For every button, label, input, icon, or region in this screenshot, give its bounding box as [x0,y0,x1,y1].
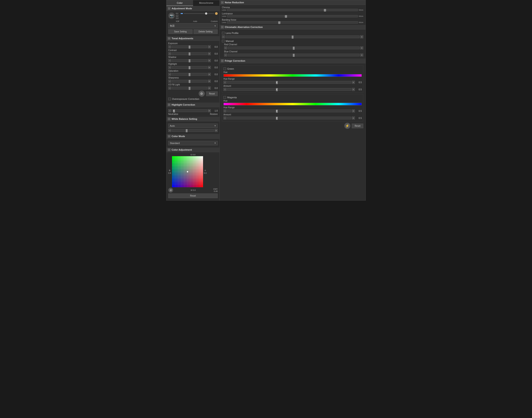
sharpness-slider[interactable] [172,80,207,82]
lens-profile-plus[interactable]: + [360,35,363,38]
neutralize-label[interactable]: Neutralize [168,113,178,115]
contrast-thumb[interactable] [189,52,190,56]
red-channel-minus[interactable]: − [224,46,227,49]
lens-profile-slider[interactable] [226,35,360,38]
g1-thumb[interactable] [205,12,207,15]
luminance-slider[interactable] [227,15,358,17]
green-amount-slider[interactable]: ▾ [227,88,351,91]
x3-fill-light-minus[interactable]: − [168,87,171,90]
shadow-thumb[interactable] [189,59,190,62]
green-hue-range-slider[interactable]: ▾ [227,81,351,84]
adjustment-mode-collapse[interactable]: − [168,7,170,10]
save-setting-button[interactable]: Save Setting [168,29,193,34]
white-balance-collapse[interactable]: − [168,117,170,120]
x3-fill-light-slider[interactable] [172,87,207,89]
restore-label[interactable]: Restore [210,113,218,115]
highlight-thumb[interactable] [189,66,190,69]
wb-temp-plus[interactable]: + [215,129,218,132]
saturation-plus[interactable]: + [208,73,211,76]
red-channel-plus[interactable]: + [360,46,363,49]
exposure-minus[interactable]: − [168,45,171,48]
highlight-correction-thumb[interactable]: ▾ [173,109,175,113]
fringe-correction-collapse[interactable]: − [221,59,224,62]
tab-color[interactable]: Color [166,0,193,6]
exposure-plus[interactable]: + [208,45,211,48]
exposure-slider[interactable] [172,46,207,48]
blue-channel-minus[interactable]: − [224,53,227,57]
blue-channel-slider[interactable] [228,54,360,56]
magenta-hue-bar[interactable] [223,103,362,105]
magenta-checkbox[interactable] [223,96,226,99]
green-hue-range-plus[interactable]: + [352,81,355,84]
highlight-correction-plus[interactable]: + [208,109,211,112]
fringe-reset-button[interactable]: Reset [352,124,363,128]
magenta-amount-minus[interactable]: − [223,116,227,120]
saturation-thumb[interactable] [189,73,190,76]
tab-monochrome[interactable]: Monochrome [193,0,220,6]
shadow-slider[interactable] [172,59,207,62]
highlight-correction-minus[interactable]: − [168,109,171,112]
x3-fill-light-plus[interactable]: + [208,87,211,90]
chroma-slider[interactable] [227,9,358,11]
noise-reduction-collapse[interactable]: − [221,1,224,4]
tonal-adjustments-collapse[interactable]: − [168,37,170,40]
contrast-slider[interactable] [172,52,207,55]
green-amount-thumb[interactable]: ▾ [276,88,278,91]
magenta-hue-range-minus[interactable]: − [223,109,227,113]
delete-setting-button[interactable]: Delete Setting [194,29,218,34]
chromatic-aberration-collapse[interactable]: − [221,26,224,28]
red-channel-slider[interactable] [228,46,360,49]
saturation-slider[interactable] [172,73,207,76]
manual-checkbox[interactable] [222,40,224,42]
magenta-hue-range-thumb[interactable]: ▾ [276,110,278,113]
blue-channel-plus[interactable]: + [360,53,363,57]
green-hue-range-thumb[interactable]: ▾ [276,81,278,84]
banding-noise-slider[interactable] [227,21,358,23]
lens-profile-checkbox[interactable] [222,32,224,35]
highlight-correction-slider[interactable]: ▾ [172,109,207,112]
color-grid[interactable] [172,156,203,187]
saturation-minus[interactable]: − [168,73,171,76]
wb-temp-minus[interactable]: − [168,129,171,132]
lens-profile-thumb[interactable] [292,35,293,39]
overexposure-checkbox[interactable] [168,98,171,100]
highlight-plus[interactable]: + [208,66,211,69]
highlight-slider[interactable] [172,66,207,69]
sharpness-plus[interactable]: + [208,80,211,83]
luminance-thumb[interactable] [285,15,287,18]
x3-fill-light-thumb[interactable] [189,87,190,90]
color-adj-icon[interactable]: ⊘ [168,188,173,193]
magenta-hue-range-slider[interactable]: ▾ [227,110,351,112]
contrast-plus[interactable]: + [208,52,211,55]
exposure-thumb[interactable] [189,46,190,49]
sharpness-thumb[interactable] [189,80,190,83]
blue-channel-thumb[interactable] [293,54,295,57]
color-adj-reset-button[interactable]: Reset [168,194,218,198]
white-balance-dropdown[interactable]: Auto ▼ [168,124,218,128]
color-mode-dropdown[interactable]: Standard ▼ [168,141,218,145]
tonal-icon-btn[interactable]: ⚙ [199,91,205,97]
shadow-plus[interactable]: + [208,59,211,62]
magenta-amount-plus[interactable]: + [352,116,355,120]
lens-profile-minus[interactable]: − [222,35,225,38]
shadow-minus[interactable]: − [168,59,171,62]
wb-temp-thumb[interactable] [186,129,188,132]
contrast-minus[interactable]: − [168,52,171,55]
sharpness-minus[interactable]: − [168,80,171,83]
highlight-minus[interactable]: − [168,66,171,69]
banding-noise-thumb[interactable] [278,21,280,24]
g1-slider[interactable] [184,12,214,15]
color-adjustment-collapse[interactable]: − [168,149,170,151]
green-hue-range-minus[interactable]: − [223,81,227,84]
magenta-amount-thumb[interactable]: ▾ [276,117,278,120]
wb-temp-slider[interactable] [172,129,214,132]
magenta-amount-slider[interactable]: ▾ [227,117,351,119]
magenta-hue-range-plus[interactable]: + [352,109,355,113]
red-channel-thumb[interactable] [293,46,295,50]
fringe-icon-btn[interactable]: ⚡ [344,123,350,129]
green-hue-bar[interactable] [223,74,362,77]
green-amount-plus[interactable]: + [352,88,355,91]
color-mode-collapse[interactable]: − [168,135,170,138]
setting-dropdown[interactable]: 無題 ▼ [168,23,218,28]
tonal-reset-button[interactable]: Reset [206,92,218,96]
